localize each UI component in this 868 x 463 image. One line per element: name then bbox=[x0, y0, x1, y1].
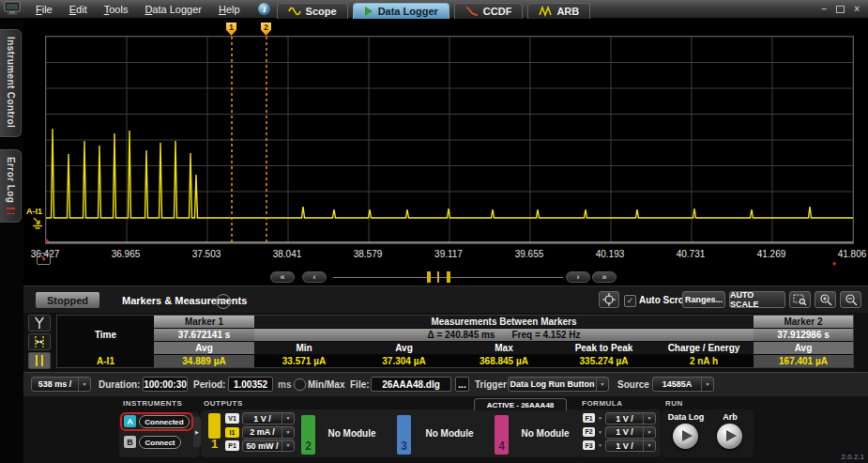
arb-play-button[interactable] bbox=[717, 424, 742, 449]
tab-ccdf[interactable]: CCDF bbox=[454, 3, 524, 19]
formula-f1-chip[interactable]: F1 bbox=[583, 413, 595, 423]
chevron-down-icon: ▼ bbox=[598, 429, 602, 435]
collapse-panel-button[interactable] bbox=[216, 294, 231, 309]
menu-tools[interactable]: Tools bbox=[96, 1, 137, 19]
x-tick-label: 37.503 bbox=[192, 249, 221, 259]
zoom-select-button[interactable] bbox=[789, 291, 811, 308]
instruments-title: INSTRUMENTS bbox=[123, 399, 182, 408]
between-markers-tool-button[interactable] bbox=[28, 333, 51, 350]
menu-help[interactable]: Help bbox=[210, 1, 249, 19]
plot-region[interactable] bbox=[45, 36, 854, 244]
output-i1-chip: I1 bbox=[225, 427, 239, 438]
time-row-label: Time bbox=[57, 329, 154, 341]
timebase-value: 538 ms / bbox=[32, 379, 78, 389]
x-tick-label: 39.117 bbox=[434, 249, 463, 259]
marker1-time-value: 37.672141 s bbox=[154, 329, 254, 341]
menu-data-logger[interactable]: Data Logger bbox=[136, 1, 210, 19]
bottom-panel: INSTRUMENTS A Connected B Connect ▶ OUTP… bbox=[0, 396, 868, 463]
trigger-dropdown[interactable]: Data Log Run Button ▼ bbox=[508, 377, 609, 392]
sidebar-item-instrument-control[interactable]: Instrument Control bbox=[0, 29, 22, 137]
version-label: 2.0.2.1 bbox=[842, 453, 864, 461]
scroll-prev-button[interactable]: ‹ bbox=[302, 271, 327, 283]
info-icon[interactable]: i bbox=[258, 3, 270, 15]
crosshair-marker-button[interactable] bbox=[599, 291, 619, 308]
duration-field[interactable]: 100:00:30 bbox=[143, 377, 188, 392]
close-button[interactable]: × bbox=[854, 0, 860, 18]
duration-label: Duration: bbox=[99, 379, 140, 390]
period-field[interactable]: 1.00352 bbox=[228, 377, 273, 392]
marker-arrow-2[interactable]: 2 bbox=[261, 23, 271, 36]
titlebar: FileEditToolsData LoggerHelp i ScopeData… bbox=[0, 0, 868, 18]
output-v1-range-dropdown[interactable]: 1 V /▼ bbox=[242, 412, 295, 424]
peak-to-peak-value: 335.274 µA bbox=[554, 355, 654, 367]
scroll-first-button[interactable]: « bbox=[270, 271, 295, 283]
scroll-last-button[interactable]: » bbox=[592, 271, 617, 283]
play-icon bbox=[364, 6, 373, 17]
file-browse-button[interactable]: ... bbox=[455, 377, 469, 392]
stat-label-avg: Avg bbox=[354, 342, 454, 354]
minimize-button[interactable]: – bbox=[822, 0, 828, 18]
timebase-dropdown[interactable]: 538 ms / ▼ bbox=[31, 377, 91, 392]
output-p1-range-dropdown[interactable]: 50 mW /▼ bbox=[242, 440, 295, 452]
zoom-in-button[interactable] bbox=[815, 291, 836, 308]
channel-1-bar bbox=[208, 413, 221, 439]
zoom-out-button[interactable] bbox=[840, 291, 861, 308]
sidebar-item-error-log[interactable]: Error Log bbox=[0, 149, 22, 223]
trigger-label: Trigger bbox=[475, 379, 507, 390]
active-file-tab[interactable]: ACTIVE - 26AAA48 bbox=[474, 398, 567, 410]
freq-value: Freq = 4.152 Hz bbox=[511, 330, 580, 340]
min-value: 33.571 µA bbox=[254, 355, 354, 367]
marker2-header[interactable]: Marker 2 bbox=[754, 316, 853, 328]
channel-4-number: 4 bbox=[495, 440, 509, 453]
data-start-marker-icon: ♦ bbox=[45, 238, 49, 245]
menubar-items: FileEditToolsData LoggerHelp bbox=[27, 0, 249, 19]
period-label: Period: bbox=[193, 379, 225, 390]
between-markers-values: Δ = 240.845 ms Freq = 4.152 Hz bbox=[254, 329, 754, 341]
instruments-expand-button[interactable]: ▶ bbox=[193, 417, 201, 447]
file-label: File: bbox=[350, 379, 370, 390]
source-label: Source bbox=[617, 379, 649, 390]
data-start-flag[interactable]: ♦ bbox=[37, 253, 51, 265]
file-field[interactable]: 26AAA48.dlg bbox=[371, 377, 451, 392]
formula-f2-chip[interactable]: F2 bbox=[583, 427, 595, 437]
output-i1-range-dropdown[interactable]: 2 mA /▼ bbox=[242, 426, 295, 439]
x-tick-label: 39.655 bbox=[515, 249, 544, 259]
scroll-handle[interactable] bbox=[427, 271, 450, 283]
instrument-b-button[interactable]: B bbox=[124, 436, 136, 448]
minmax-checkbox[interactable] bbox=[294, 378, 306, 391]
formula-title: FORMULA bbox=[582, 399, 623, 408]
markers-tool-button[interactable] bbox=[28, 352, 51, 369]
chart-area: A-I1 36.42736.96537.50338.04138.57939.11… bbox=[23, 18, 868, 270]
formula-f1-range-dropdown[interactable]: 1 V /▼ bbox=[605, 412, 656, 424]
formula-f3-chip[interactable]: F3 bbox=[583, 440, 595, 450]
tab-arb[interactable]: ARB bbox=[527, 3, 590, 19]
channel-4-status: No Module bbox=[516, 428, 574, 439]
ground-probe-icon bbox=[31, 216, 44, 233]
menu-file[interactable]: File bbox=[27, 1, 61, 19]
formula-f3-range-dropdown[interactable]: 1 V /▼ bbox=[605, 440, 656, 452]
instrument-b-connect-button[interactable]: Connect bbox=[139, 436, 181, 449]
arb-icon bbox=[539, 6, 552, 17]
auto-scale-button[interactable]: AUTO SCALE bbox=[729, 291, 785, 308]
x-tick-label: 38.041 bbox=[273, 249, 302, 259]
delta-value: Δ = 240.845 ms bbox=[427, 330, 495, 340]
outputs-title: OUTPUTS bbox=[204, 399, 243, 408]
marker1-header[interactable]: Marker 1 bbox=[154, 316, 254, 328]
avg-value: 37.304 µA bbox=[354, 355, 454, 367]
channel-1-number: 1 bbox=[208, 437, 221, 451]
x-tick-label: 38.579 bbox=[354, 249, 383, 259]
menu-edit[interactable]: Edit bbox=[61, 1, 96, 19]
probe-tool-button[interactable] bbox=[28, 315, 51, 332]
formula-f2-range-dropdown[interactable]: 1 V /▼ bbox=[605, 426, 656, 439]
marker-arrow-1[interactable]: 1 bbox=[226, 23, 236, 36]
restore-button[interactable] bbox=[836, 6, 845, 13]
auto-scroll-checkbox[interactable]: ✓ bbox=[624, 295, 636, 307]
tab-data-logger[interactable]: Data Logger bbox=[353, 3, 449, 19]
stat-label-peak-to-peak: Peak to Peak bbox=[554, 342, 654, 354]
datalog-play-button[interactable] bbox=[673, 424, 698, 449]
tab-label: ARB bbox=[556, 6, 579, 17]
scroll-next-button[interactable]: › bbox=[566, 271, 590, 283]
source-dropdown[interactable]: 14585A ▼ bbox=[652, 377, 714, 392]
tab-scope[interactable]: Scope bbox=[277, 3, 348, 19]
ranges-button[interactable]: Ranges... bbox=[682, 291, 725, 308]
